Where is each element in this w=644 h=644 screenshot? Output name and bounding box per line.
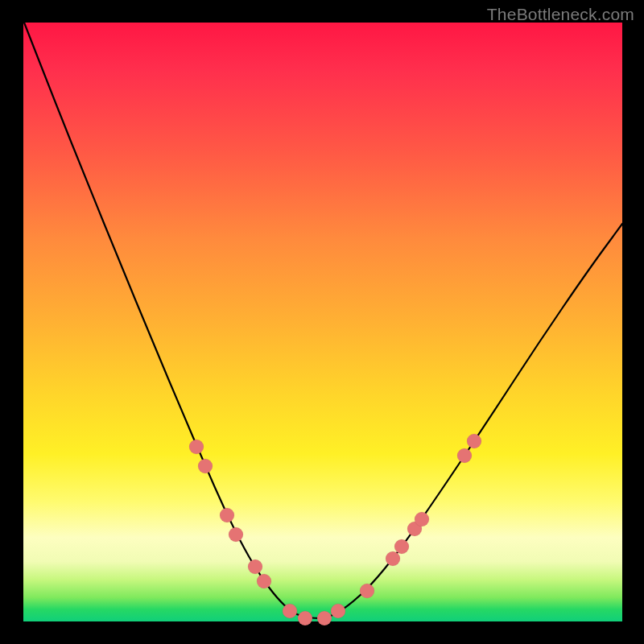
marker-dot <box>283 604 297 618</box>
marker-dot <box>298 611 312 625</box>
marker-dot <box>189 440 204 454</box>
marker-dot <box>457 448 472 463</box>
marker-dot <box>248 559 262 574</box>
marker-dot <box>229 527 243 542</box>
marker-dot <box>467 434 481 448</box>
marker-dot <box>394 539 409 554</box>
marker-dots-group <box>189 434 481 625</box>
marker-dot <box>331 604 345 618</box>
marker-dot <box>317 611 332 625</box>
plot-area <box>23 23 622 621</box>
marker-dot <box>220 508 234 522</box>
marker-dot <box>386 551 400 566</box>
chart-svg <box>23 23 622 621</box>
bottleneck-curve <box>24 23 622 618</box>
marker-dot <box>415 512 429 526</box>
marker-dot <box>257 574 271 588</box>
watermark-text: TheBottleneck.com <box>487 5 634 24</box>
outer-frame: TheBottleneck.com <box>0 0 644 644</box>
marker-dot <box>198 459 213 473</box>
marker-dot <box>360 584 374 598</box>
